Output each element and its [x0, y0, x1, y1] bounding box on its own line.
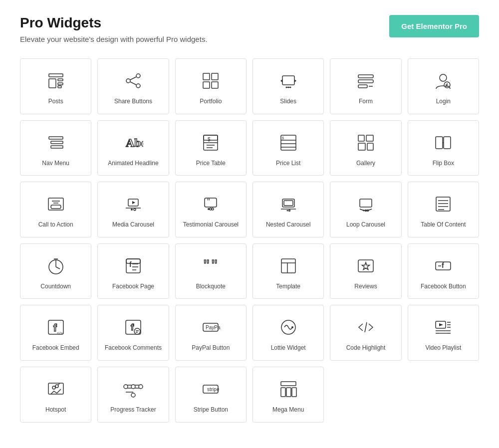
widget-item-media-carousel[interactable]: Media Carousel — [97, 182, 169, 237]
svg-rect-20 — [358, 80, 373, 83]
widget-label-portfolio: Portfolio — [200, 98, 222, 106]
login-icon — [431, 69, 455, 93]
widget-item-login[interactable]: Login — [408, 58, 479, 114]
lottie-widget-icon — [276, 315, 300, 339]
widget-item-call-to-action[interactable]: Call to Action — [20, 182, 91, 237]
svg-rect-42 — [366, 135, 373, 141]
svg-rect-0 — [49, 74, 63, 77]
svg-rect-4 — [58, 86, 61, 88]
widget-item-template[interactable]: Template — [252, 243, 324, 299]
widget-item-form[interactable]: Form — [330, 58, 401, 114]
widget-item-gallery[interactable]: Gallery — [330, 120, 401, 176]
widget-item-posts[interactable]: Posts — [20, 58, 91, 114]
widget-label-facebook-page: Facebook Page — [112, 283, 154, 291]
svg-rect-44 — [367, 143, 373, 150]
svg-point-61 — [212, 208, 214, 210]
svg-rect-45 — [436, 137, 443, 149]
widget-item-mega-menu[interactable]: Mega Menu — [252, 367, 324, 423]
svg-line-108 — [365, 322, 367, 332]
widget-item-progress-tracker[interactable]: Progress Tracker — [97, 367, 169, 423]
countdown-icon — [44, 254, 68, 278]
svg-rect-1 — [49, 79, 56, 88]
progress-tracker-icon — [121, 377, 145, 401]
widget-item-blockquote[interactable]: ""Blockquote — [175, 243, 247, 299]
widget-item-paypal-button[interactable]: PayPalPayPal Button — [175, 305, 247, 361]
svg-rect-49 — [51, 205, 61, 209]
svg-line-78 — [56, 267, 60, 269]
widget-label-posts: Posts — [48, 98, 63, 106]
widget-label-video-playlist: Video Playlist — [425, 344, 461, 352]
widget-item-facebook-page[interactable]: fFacebook Page — [97, 243, 169, 299]
svg-point-107 — [291, 326, 293, 328]
svg-rect-14 — [282, 76, 294, 85]
svg-text:Abc: Abc — [126, 136, 143, 149]
mega-menu-icon — [276, 377, 300, 401]
widget-label-paypal-button: PayPal Button — [192, 344, 230, 352]
widget-label-testimonial-carousel: Testimonial Carousel — [183, 221, 239, 229]
svg-text:$: $ — [282, 136, 284, 140]
widget-item-code-highlight[interactable]: Code Highlight — [330, 305, 401, 361]
widget-label-nested-carousel: Nested Carousel — [266, 221, 310, 229]
svg-rect-46 — [444, 137, 451, 149]
animated-headline-icon: Abc — [121, 131, 145, 155]
widget-item-animated-headline[interactable]: AbcAnimated Headline — [97, 120, 169, 176]
widget-item-price-table[interactable]: $Price Table — [175, 120, 247, 176]
svg-rect-88 — [281, 259, 295, 273]
svg-marker-110 — [439, 323, 443, 326]
posts-icon — [44, 69, 68, 93]
widget-label-slides: Slides — [280, 98, 296, 106]
widget-item-nav-menu[interactable]: Nav Menu — [20, 120, 91, 176]
svg-point-16 — [285, 87, 287, 88]
widget-item-reviews[interactable]: Reviews — [330, 243, 401, 299]
svg-rect-2 — [58, 79, 63, 81]
widget-label-flip-box: Flip Box — [433, 160, 454, 168]
widget-item-facebook-embed[interactable]: f</>Facebook Embed — [20, 305, 91, 361]
svg-rect-130 — [286, 388, 291, 397]
widget-item-lottie-widget[interactable]: Lottie Widget — [252, 305, 324, 361]
svg-line-8 — [130, 77, 136, 80]
widget-item-facebook-comments[interactable]: fFacebook Comments — [97, 305, 169, 361]
widget-item-video-playlist[interactable]: Video Playlist — [408, 305, 479, 361]
svg-point-125 — [131, 393, 135, 397]
reviews-icon — [354, 254, 378, 278]
widget-item-facebook-button[interactable]: fFacebook Button — [408, 243, 479, 299]
widget-item-hotspot[interactable]: Hotspot — [20, 367, 91, 423]
blockquote-icon: "" — [199, 254, 223, 278]
widget-item-slides[interactable]: Slides — [252, 58, 324, 114]
widget-item-flip-box[interactable]: Flip Box — [408, 120, 479, 176]
widget-item-nested-carousel[interactable]: Nested Carousel — [252, 182, 324, 237]
flip-box-icon — [431, 131, 455, 155]
nested-carousel-icon — [276, 192, 300, 216]
svg-rect-128 — [281, 382, 296, 386]
widget-item-table-of-content[interactable]: Table Of Content — [408, 182, 479, 237]
svg-text:": " — [207, 198, 210, 206]
widget-item-portfolio[interactable]: Portfolio — [175, 58, 247, 114]
widget-item-price-list[interactable]: $Price List — [252, 120, 324, 176]
stripe-button-icon: stripe — [199, 377, 223, 401]
form-icon — [354, 69, 378, 93]
widget-label-nav-menu: Nav Menu — [42, 160, 69, 168]
svg-rect-57 — [205, 198, 217, 207]
widget-item-countdown[interactable]: Countdown — [20, 243, 91, 299]
widget-label-facebook-comments: Facebook Comments — [105, 344, 162, 352]
widget-item-share-buttons[interactable]: Share Buttons — [97, 58, 169, 114]
svg-point-7 — [136, 84, 140, 88]
svg-rect-81 — [126, 259, 140, 263]
widget-item-stripe-button[interactable]: stripeStripe Button — [175, 367, 247, 423]
svg-rect-129 — [281, 388, 285, 397]
get-pro-button[interactable]: Get Elementor Pro — [389, 15, 479, 37]
code-highlight-icon — [354, 315, 378, 339]
svg-text:f: f — [131, 322, 134, 332]
price-table-icon: $ — [199, 131, 223, 155]
svg-rect-63 — [284, 201, 293, 206]
widget-label-form: Form — [359, 98, 373, 106]
widget-item-loop-carousel[interactable]: Loop Carousel — [330, 182, 401, 237]
widget-item-testimonial-carousel[interactable]: "Testimonial Carousel — [175, 182, 247, 237]
svg-rect-11 — [212, 73, 218, 80]
svg-rect-41 — [358, 135, 364, 141]
svg-point-117 — [52, 386, 55, 389]
svg-text:$: $ — [208, 137, 211, 142]
widget-label-lottie-widget: Lottie Widget — [271, 344, 306, 352]
svg-rect-131 — [292, 388, 296, 397]
widget-label-blockquote: Blockquote — [196, 283, 226, 291]
